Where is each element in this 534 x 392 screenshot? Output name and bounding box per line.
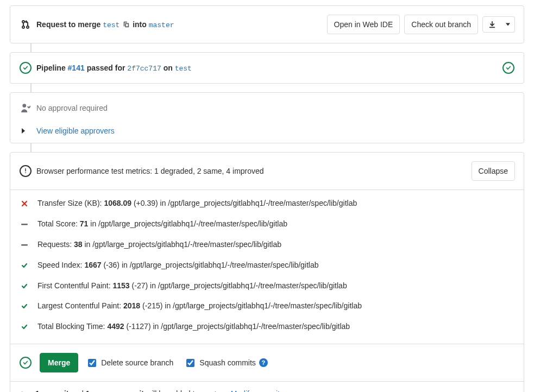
approval-panel: No approval required View eligible appro… [10,92,524,143]
perf-summary: Browser performance test metrics: 1 degr… [36,167,467,175]
metric-path: /gpt/large_projects/gitlabhq1/-/tree/mas… [158,281,347,290]
connector [30,84,32,92]
pipeline-branch-link[interactable]: test [175,65,192,73]
svg-rect-5 [21,224,28,225]
metric-value: 71 [80,219,89,228]
metric-text: Transfer Size (KB): 1068.09 (+0.39) in /… [37,197,515,211]
metric-text: First Contentful Paint: 1153 (-27) in /g… [37,279,515,293]
metric-name: Largest Contentful Paint: [37,301,123,310]
alert-icon [19,165,32,178]
metric-status-icon [19,303,30,309]
perf-summary-prefix: Browser performance test metrics: [36,167,152,175]
check-out-branch-button[interactable]: Check out branch [404,15,478,34]
source-branch-link[interactable]: test [103,21,120,29]
metric-status-icon [19,200,30,207]
squash-commits-option[interactable]: Squash commits ? [184,357,267,369]
download-split-button[interactable] [482,16,515,33]
delete-source-branch-option[interactable]: Delete source branch [86,357,173,369]
metric-item: Total Score: 71 in /gpt/large_projects/g… [19,214,515,235]
pipeline-passed-right-icon [502,61,515,74]
view-approvers-row[interactable]: View eligible approvers [10,120,524,143]
metric-item: Speed Index: 1667 (-36) in /gpt/large_pr… [19,255,515,276]
request-label: Request to merge [36,20,100,29]
open-web-ide-button[interactable]: Open in Web IDE [327,15,400,34]
svg-rect-4 [25,172,26,173]
target-branch-link[interactable]: master [149,21,174,29]
metric-status-icon [19,324,30,330]
chevron-right-icon [19,127,28,135]
connector [30,143,32,152]
download-icon-button[interactable] [482,16,502,33]
metric-path: /gpt/large_projects/gitlabhq1/-/tree/mas… [168,199,357,207]
pipeline-panel: Pipeline #141 passed for 2f7cc717 on tes… [10,52,524,84]
commit-count-1: 1 commit [35,389,68,392]
metric-item: Transfer Size (KB): 1068.09 (+0.39) in /… [19,193,515,214]
metric-status-icon [19,283,30,289]
delete-source-branch-checkbox[interactable] [88,359,96,367]
metric-name: Total Score: [37,219,80,228]
perf-summary-counts: 1 degraded, 2 same, 4 improved [154,167,264,175]
metric-status-icon [19,221,30,227]
metric-in-label: in [153,322,159,331]
metric-delta: (-1127) [126,322,150,331]
metric-name: First Contentful Paint: [37,281,113,290]
svg-rect-3 [25,168,26,172]
metric-text: Total Score: 71 in /gpt/large_projects/g… [37,217,515,231]
pipeline-on-label: on [164,64,173,72]
pipeline-id-link[interactable]: #141 [68,64,85,72]
metric-in-label: in [84,240,90,249]
metric-item: Total Blocking Time: 4492 (-1127) in /gp… [19,317,515,337]
squash-label: Squash commits [199,358,255,367]
metric-name: Requests: [37,240,74,249]
metric-in-label: in [150,281,156,290]
metric-text: Total Blocking Time: 4492 (-1127) in /gp… [37,320,515,334]
connector [30,43,32,52]
metric-value: 1153 [113,281,130,290]
metric-name: Transfer Size (KB): [37,199,104,207]
metric-item: Requests: 38 in /gpt/large_projects/gitl… [19,235,515,255]
pipeline-text: Pipeline #141 passed for 2f7cc717 on tes… [36,64,498,73]
merge-request-title-line: Request to merge test into master [36,20,323,29]
pipeline-sha-link[interactable]: 2f7cc717 [127,65,161,73]
commits-summary-row[interactable]: 1 commit and 1 merge commit will be adde… [10,381,524,392]
metric-path: /gpt/large_projects/gitlabhq1/-/tree/mas… [161,322,350,331]
metric-in-label: in [90,219,96,228]
svg-point-0 [22,21,24,23]
merge-button[interactable]: Merge [40,353,78,372]
pipeline-status-icon [19,61,32,74]
no-approval-label: No approval required [36,104,108,112]
view-approvers-link[interactable]: View eligible approvers [36,127,115,135]
metric-item: First Contentful Paint: 1153 (-27) in /g… [19,276,515,296]
metric-status-icon [19,262,30,269]
svg-rect-6 [21,244,28,245]
pipeline-prefix: Pipeline [36,64,66,72]
merge-request-header: Request to merge test into master Open i… [10,5,524,43]
collapse-button[interactable]: Collapse [472,161,515,181]
commits-summary-text: 1 commit and 1 merge commit will be adde… [35,389,317,392]
metric-text: Largest Contentful Paint: 2018 (-215) in… [37,299,515,313]
metrics-list: Transfer Size (KB): 1068.09 (+0.39) in /… [10,189,524,344]
metric-delta: (-36) [103,261,120,269]
into-label: into [133,20,147,29]
chevron-right-icon [19,390,28,392]
download-caret-button[interactable] [501,16,515,33]
copy-branch-icon[interactable] [122,20,130,29]
metric-value: 1667 [84,261,101,269]
metric-path: /gpt/large_projects/gitlabhq1/-/tree/mas… [173,301,362,310]
metric-delta: (+0.39) [134,199,158,207]
squash-commits-checkbox[interactable] [186,359,194,367]
metric-text: Requests: 38 in /gpt/large_projects/gitl… [37,238,515,252]
commit-count-2: 1 merge commit [86,389,144,392]
metric-in-label: in [122,261,128,269]
metric-path: /gpt/large_projects/gitlabhq1/-/tree/mas… [92,240,281,249]
metric-value: 38 [74,240,83,249]
modify-commit-messages-link[interactable]: Modify commit messages [231,389,317,392]
metric-in-label: in [165,301,171,310]
header-actions: Open in Web IDE Check out branch [327,15,515,34]
performance-panel: Browser performance test metrics: 1 degr… [10,152,524,392]
metric-item: Largest Contentful Paint: 2018 (-215) in… [19,296,515,317]
approver-icon [19,102,32,115]
metric-path: /gpt/large_projects/gitlabhq1/-/tree/mas… [130,261,319,269]
metric-path: /gpt/large_projects/gitlabhq1/-/tree/mas… [98,219,287,228]
squash-help-icon[interactable]: ? [259,358,268,367]
